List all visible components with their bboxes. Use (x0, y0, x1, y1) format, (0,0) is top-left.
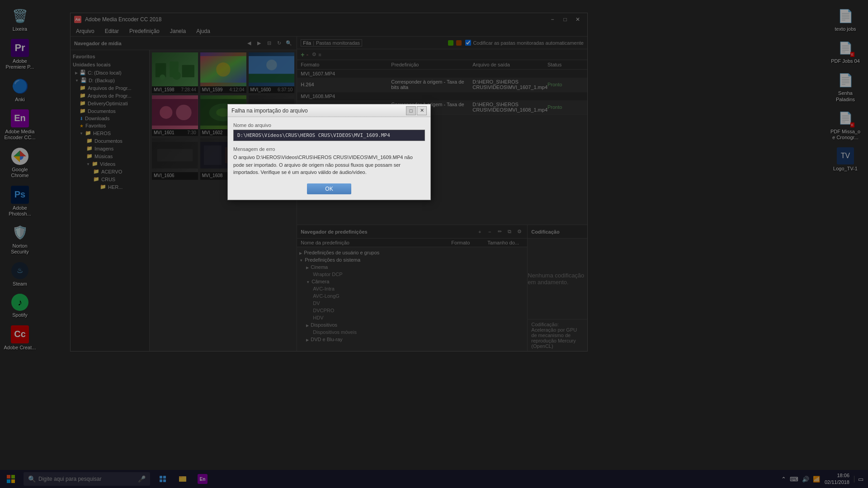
modal-maximize-button[interactable]: □ (406, 106, 416, 115)
modal-dialog: Falha na importação do arquivo □ ✕ Nome … (227, 104, 431, 200)
modal-ok-button[interactable]: OK (307, 183, 351, 194)
modal-close-button[interactable]: ✕ (417, 106, 427, 115)
desktop: 🗑️ Lixeira Pr Adobe Premiere P... 🔵 Anki… (0, 0, 868, 488)
modal-error-label: Mensagem de erro (233, 146, 425, 152)
modal-file-label: Nome do arquivo (233, 122, 425, 128)
modal-titlebar: Falha na importação do arquivo □ ✕ (228, 104, 430, 117)
modal-overlay: Falha na importação do arquivo □ ✕ Nome … (0, 0, 868, 488)
modal-content: Nome do arquivo D:\HEROS\Vídeos\CRUS\HER… (228, 117, 430, 200)
modal-controls: □ ✕ (406, 106, 427, 115)
modal-filepath: D:\HEROS\Vídeos\CRUS\HEROS CRUS\VIDEOS\M… (233, 130, 425, 141)
modal-error-text: O arquivo D:\HEROS\Vídeos\CRUS\HEROS CRU… (233, 154, 425, 176)
modal-title: Falha na importação do arquivo (231, 108, 406, 114)
